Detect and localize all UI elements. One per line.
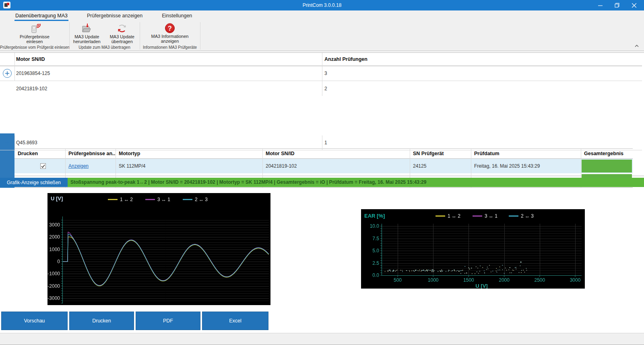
pruefdatum-cell: Freitag, 16. Mai 2025 15:43:29 bbox=[471, 159, 581, 173]
graph-info-bar: Grafik-Anzeige schließen Stoßspannung pe… bbox=[0, 178, 644, 187]
question-icon: ? bbox=[164, 22, 175, 34]
sync-icon bbox=[116, 22, 128, 34]
pdf-button[interactable]: PDF bbox=[136, 312, 200, 330]
ma3-update-download-button[interactable]: MA3 Update herunterladen bbox=[69, 22, 105, 44]
ribbon: Prüfergebnisse einlesen Prüfergebnisse v… bbox=[0, 21, 644, 51]
window-title: PrintCom 3.0.0.18 bbox=[0, 2, 644, 8]
collapse-ribbon-button[interactable] bbox=[634, 44, 640, 48]
ma3-info-button[interactable]: ? MA3 Informationen anzeigen bbox=[146, 22, 194, 44]
device-signal-icon bbox=[29, 22, 41, 34]
tab-einstellungen[interactable]: Einstellungen bbox=[161, 11, 193, 21]
table-header: Motor SN/ID Anzahl Prüfungen bbox=[0, 53, 642, 66]
ear-scatter-chart bbox=[361, 209, 585, 289]
ribbon-group-caption: Update zum MA3 übertragen bbox=[69, 45, 140, 50]
column-header-anzahl-pruefungen[interactable]: Anzahl Prüfungen bbox=[324, 53, 367, 66]
anzahl-pruefungen-cell: 1 bbox=[324, 135, 327, 150]
restore-button[interactable] bbox=[609, 0, 625, 10]
excel-button[interactable]: Excel bbox=[202, 312, 268, 330]
read-results-button[interactable]: Prüfergebnisse einlesen bbox=[17, 22, 53, 44]
anzahl-pruefungen-cell: 3 bbox=[324, 66, 327, 81]
gesamtergebnis-cell bbox=[582, 160, 632, 172]
anzeigen-link[interactable]: Anzeigen bbox=[68, 163, 89, 169]
status-bar bbox=[0, 333, 644, 345]
close-icon[interactable] bbox=[625, 0, 642, 10]
collapse-row-button[interactable] bbox=[3, 84, 12, 93]
ribbon-group-update: MA3 Update herunterladen MA3 Update über… bbox=[69, 21, 140, 51]
minimize-button[interactable] bbox=[592, 0, 609, 10]
ribbon-group-caption: Prüfergebnisse vom Prüfgerät einlesen bbox=[0, 45, 69, 50]
motor-snid-cell: 201963854-125 bbox=[16, 66, 50, 81]
sn-pruefgeraet-cell: 24125 bbox=[410, 159, 471, 173]
ma3-update-transfer-button[interactable]: MA3 Update übertragen bbox=[105, 22, 140, 44]
test-result-row[interactable]: Anzeigen SK 112MP/4 20421819-102 24125 F… bbox=[14, 159, 633, 173]
table-row[interactable]: Q45.8693 1 bbox=[0, 135, 642, 150]
motor-snid-cell: 20421819-102 bbox=[16, 81, 47, 96]
drucken-button[interactable]: Drucken bbox=[69, 312, 134, 330]
anzahl-pruefungen-cell: 2 bbox=[324, 81, 327, 96]
expand-row-button[interactable] bbox=[3, 138, 12, 147]
graph-info-text: Stoßspannung peak-to-peak 1↔2 | Motor SN… bbox=[70, 178, 426, 187]
tab-pruefergebnisse-anzeigen[interactable]: Prüfergebnisse anzeigen bbox=[86, 11, 143, 21]
printcom-window: PrintCom 3.0.0.18 Datenübertragung MA3 P… bbox=[0, 0, 644, 345]
vorschau-button[interactable]: Vorschau bbox=[1, 312, 68, 330]
download-folder-icon bbox=[81, 22, 93, 34]
motortyp-cell: SK 112MP/4 bbox=[116, 159, 262, 173]
title-bar: PrintCom 3.0.0.18 bbox=[0, 0, 644, 10]
table-row[interactable]: 20421819-102 2 bbox=[0, 81, 642, 96]
table-row[interactable]: 201963854-125 3 bbox=[0, 66, 642, 81]
tab-datenuebertragung-ma3[interactable]: Datenübertragung MA3 bbox=[14, 11, 68, 21]
motor-snid-cell: 20421819-102 bbox=[262, 159, 410, 173]
print-checkbox-checked[interactable] bbox=[40, 163, 46, 169]
close-graph-button[interactable]: Grafik-Anzeige schließen bbox=[0, 178, 68, 187]
svg-text:?: ? bbox=[168, 25, 172, 31]
ribbon-separator bbox=[200, 22, 200, 50]
ribbon-group-informationen: ? MA3 Informationen anzeigen Information… bbox=[140, 21, 200, 51]
ribbon-tab-strip: Datenübertragung MA3 Prüfergebnisse anze… bbox=[0, 10, 644, 21]
column-header-motor-snid[interactable]: Motor SN/ID bbox=[16, 53, 45, 66]
ribbon-group-einlesen: Prüfergebnisse einlesen Prüfergebnisse v… bbox=[0, 21, 69, 51]
motor-snid-cell: Q45.8693 bbox=[16, 135, 37, 150]
expand-row-button[interactable] bbox=[3, 69, 12, 78]
results-table: Motor SN/ID Anzahl Prüfungen 201963854-1… bbox=[0, 52, 644, 176]
voltage-curve-chart bbox=[47, 193, 270, 305]
ribbon-group-caption: Informationen MA3 Prüfgeräte bbox=[140, 45, 200, 50]
